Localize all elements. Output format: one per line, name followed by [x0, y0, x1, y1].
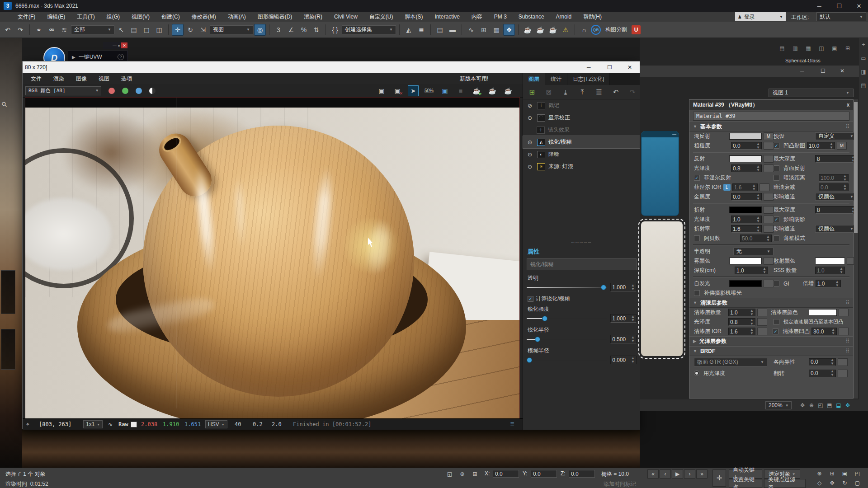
- anisotropy-map-button[interactable]: [838, 358, 848, 366]
- blue-channel-icon[interactable]: [136, 88, 142, 94]
- vfb-menu-view[interactable]: 视图: [99, 75, 109, 83]
- layer-explorer-icon[interactable]: ▤: [434, 24, 446, 36]
- menu-arnold[interactable]: Arnold: [550, 14, 578, 20]
- coat-ior-value[interactable]: 1.6▲▼: [728, 328, 755, 335]
- coat-lock-checkbox[interactable]: [774, 319, 779, 325]
- use-glossiness-radio[interactable]: [694, 371, 699, 376]
- alpha-channel-icon[interactable]: [149, 88, 156, 94]
- bump-map-button[interactable]: M: [837, 142, 847, 150]
- refract-gloss-value[interactable]: 1.0▲▼: [731, 216, 762, 223]
- select-object-icon[interactable]: ↖: [115, 24, 127, 36]
- fresnel-checkbox[interactable]: ✓: [694, 175, 700, 181]
- vfb-menu-file[interactable]: 文件: [31, 75, 42, 83]
- menu-create[interactable]: 创建(C): [156, 13, 186, 21]
- vfb-object-select-icon[interactable]: ■: [455, 85, 466, 96]
- sss-color-swatch[interactable]: [815, 258, 845, 264]
- sharpen-amount-slider[interactable]: [527, 315, 607, 322]
- diffuse-map-button[interactable]: M: [764, 132, 774, 140]
- blur-radius-slider[interactable]: [527, 357, 607, 363]
- render-setup-icon[interactable]: ☕: [522, 24, 533, 36]
- slate-tool-icon[interactable]: ◫: [817, 44, 826, 53]
- material-name-field[interactable]: Material #39: [693, 112, 849, 121]
- window-crossing-icon[interactable]: ◫: [153, 24, 165, 36]
- load-layers-icon[interactable]: ⤒: [576, 86, 589, 98]
- curve-editor-icon[interactable]: ∿: [465, 24, 477, 36]
- go-to-start-icon[interactable]: «: [647, 469, 659, 479]
- layer-denoise[interactable]: ⊙ ◐ 降噪: [523, 148, 640, 160]
- ribbon-toggle-icon[interactable]: ▬: [447, 24, 458, 36]
- layer-name-field[interactable]: 锐化/模糊: [527, 258, 637, 270]
- visibility-on-icon[interactable]: ⊙: [526, 151, 534, 158]
- rectangular-selection-region-icon[interactable]: ▢: [141, 24, 152, 36]
- vfb-update-notice[interactable]: 新版本可用!: [460, 75, 488, 83]
- zoom-region-icon[interactable]: ◰: [852, 469, 863, 478]
- save-layers-icon[interactable]: ⤓: [559, 86, 572, 98]
- menu-scripting[interactable]: 脚本(S): [399, 13, 429, 21]
- z-field[interactable]: 0.0: [569, 470, 595, 478]
- refract-map-button[interactable]: [764, 206, 774, 214]
- reflect-swatch[interactable]: [729, 155, 762, 162]
- thinwall-checkbox[interactable]: [774, 235, 779, 241]
- coat-amount-value[interactable]: 1.0▲▼: [728, 309, 755, 316]
- slate-titlebar[interactable]: ─ ☐ ✕: [640, 66, 868, 77]
- bind-to-space-warp-icon[interactable]: ≋: [58, 24, 70, 36]
- delete-layer-icon[interactable]: ⊠: [542, 86, 555, 98]
- slate-tool-icon[interactable]: ▦: [804, 44, 813, 53]
- menu-group[interactable]: 组(G): [101, 13, 126, 21]
- bump-checkbox[interactable]: ✓: [774, 143, 779, 149]
- right-tool-icon[interactable]: +: [862, 42, 865, 48]
- layers-undo-icon[interactable]: ↶: [609, 86, 622, 98]
- pan-view-icon[interactable]: ✥: [826, 479, 838, 488]
- rendered-frame-window-icon[interactable]: ☕: [534, 24, 546, 36]
- add-layer-icon[interactable]: ⊞: [526, 86, 538, 98]
- selected-material-node[interactable]: [641, 221, 683, 356]
- uvw-play-icon[interactable]: ▶: [72, 55, 75, 60]
- brdf-type-dropdown[interactable]: 微面 GTR (GGX)▼: [694, 358, 767, 366]
- coat-color-map-button[interactable]: [839, 309, 849, 316]
- rollout-basic-params[interactable]: ▼基本参数⠿: [689, 122, 853, 131]
- abbe-checkbox[interactable]: [694, 235, 700, 241]
- reflect-gloss-value[interactable]: 0.8▲▼: [731, 164, 762, 172]
- named-selection-sets-icon[interactable]: { }: [329, 24, 341, 36]
- select-and-link-icon[interactable]: ⚭: [33, 24, 45, 36]
- menu-pm3[interactable]: PM 3: [488, 14, 513, 20]
- layer-sharpen-blur[interactable]: ⊙ ◭ 锐化/模糊: [523, 136, 640, 148]
- close-button[interactable]: ✕: [849, 0, 868, 12]
- affect-shadows-checkbox[interactable]: ✓: [774, 216, 779, 222]
- sss-amount-value[interactable]: 1.0▲▼: [815, 267, 845, 274]
- right-tool-icon[interactable]: ▤: [861, 82, 866, 89]
- zoom-icon[interactable]: ⊕: [814, 469, 825, 478]
- right-tool-icon[interactable]: ▭: [861, 55, 866, 61]
- rollout-coat-params[interactable]: ▼清漆层参数⠿: [689, 298, 853, 308]
- add-time-tag[interactable]: 添加时间标记: [604, 480, 636, 488]
- vfb-minimize-icon[interactable]: ─: [587, 64, 591, 70]
- curve-icon[interactable]: ∿: [108, 421, 113, 427]
- reflect-affect-dropdown[interactable]: 仅颜色▼: [815, 193, 857, 201]
- tab-layers[interactable]: 图层: [523, 73, 545, 85]
- angle-snap-icon[interactable]: ∠: [285, 24, 297, 36]
- fresnel-lock-button[interactable]: L: [723, 184, 731, 191]
- preset-dropdown[interactable]: 自定义▼: [815, 132, 857, 140]
- material-panel-close-icon[interactable]: x: [847, 102, 849, 108]
- tab-stats[interactable]: 统计: [545, 73, 567, 85]
- vfb-save-image-icon[interactable]: ▣: [376, 85, 387, 96]
- anisotropy-value[interactable]: 0.0▲▼: [809, 358, 836, 366]
- use-pivot-point-icon[interactable]: ◎: [254, 24, 266, 36]
- vfb-menu-options[interactable]: 选项: [121, 75, 132, 83]
- layout-all-icon[interactable]: ⬒: [825, 401, 834, 410]
- slate-material-editor-icon[interactable]: ❖: [503, 24, 515, 36]
- vfb-channel-dropdown[interactable]: RGB 颜色 [AB]▼: [25, 86, 101, 95]
- zoom-region-tool-icon[interactable]: ◰: [816, 401, 825, 410]
- maximize-viewport-icon[interactable]: ▢: [852, 479, 863, 488]
- redo-icon[interactable]: ↷: [14, 24, 26, 36]
- menu-tools[interactable]: 工具(T): [71, 13, 100, 21]
- vfb-region-render-icon[interactable]: ➤: [408, 85, 419, 96]
- unlink-selection-icon[interactable]: ⚮: [46, 24, 57, 36]
- coat-ior-map-button[interactable]: [757, 328, 767, 335]
- key-filters-button[interactable]: 关键点过滤器...: [764, 479, 806, 488]
- undo-icon[interactable]: ↶: [2, 24, 14, 36]
- translucency-dropdown[interactable]: 无▼: [733, 248, 774, 255]
- layer-stamp[interactable]: ⊘ i 戳记: [523, 99, 640, 112]
- coord-mode-icon[interactable]: ⊞: [469, 469, 481, 479]
- vfb-close-icon[interactable]: ✕: [627, 64, 632, 70]
